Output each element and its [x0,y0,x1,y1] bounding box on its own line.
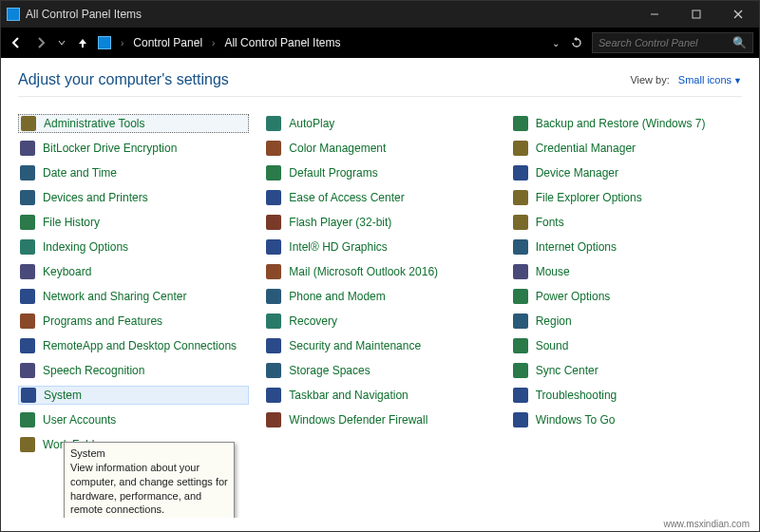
taskbar-icon [266,388,281,403]
item-keyboard[interactable]: Keyboard [18,262,249,281]
window-title: All Control Panel Items [26,8,142,21]
item-windows-defender-firewall[interactable]: Windows Defender Firewall [264,410,495,429]
fonts-icon [513,215,528,230]
system-icon [21,388,36,403]
svg-line-2 [734,10,742,18]
item-intel-graphics[interactable]: Intel® HD Graphics [264,238,495,256]
item-sound[interactable]: Sound [511,336,742,355]
user-icon [20,412,35,428]
content-area: Adjust your computer's settings View by:… [1,58,759,518]
item-ease-of-access[interactable]: Ease of Access Center [264,188,495,207]
mic-icon [20,363,35,378]
item-remoteapp[interactable]: RemoteApp and Desktop Connections [18,336,249,355]
view-by-dropdown[interactable]: Small icons▼ [678,74,742,86]
up-button[interactable] [73,33,92,52]
tooltip-system: System View information about your compu… [64,442,235,518]
back-button[interactable] [7,33,26,52]
refresh-button[interactable] [567,33,586,52]
item-autoplay[interactable]: AutoPlay [264,114,495,133]
default-programs-icon [266,165,281,180]
item-fonts[interactable]: Fonts [511,213,742,232]
search-input[interactable] [598,37,732,48]
color-icon [266,141,281,156]
breadcrumb-control-panel[interactable]: Control Panel [133,36,202,49]
control-panel-icon [7,8,20,21]
item-backup-restore[interactable]: Backup and Restore (Windows 7) [511,114,742,133]
flag-icon [266,338,281,353]
item-storage-spaces[interactable]: Storage Spaces [264,361,495,380]
titlebar: All Control Panel Items [1,1,759,28]
items-grid: Administrative Tools AutoPlay Backup and… [18,114,742,454]
mouse-icon [513,264,528,279]
item-default-programs[interactable]: Default Programs [264,163,495,182]
navbar: › Control Panel › All Control Panel Item… [1,28,759,58]
chevron-right-icon: › [121,38,124,48]
storage-icon [266,363,281,378]
item-file-explorer-options[interactable]: File Explorer Options [511,188,742,207]
printer-icon [20,190,35,205]
item-windows-to-go[interactable]: Windows To Go [511,410,742,429]
item-troubleshooting[interactable]: Troubleshooting [511,386,742,405]
programs-icon [20,314,35,329]
breadcrumb-all-items[interactable]: All Control Panel Items [224,36,340,49]
item-indexing-options[interactable]: Indexing Options [18,238,249,256]
item-mail[interactable]: Mail (Microsoft Outlook 2016) [264,262,495,281]
autoplay-icon [266,116,281,131]
network-icon [20,289,35,304]
view-by-label: View by: [630,74,669,86]
search-icon: 🔍 [732,36,747,49]
forward-button[interactable] [31,33,50,52]
item-internet-options[interactable]: Internet Options [511,238,742,256]
backup-icon [513,116,528,131]
item-administrative-tools[interactable]: Administrative Tools [18,114,249,133]
mail-icon [266,264,281,279]
clock-icon [20,165,35,180]
address-control-panel-icon [98,36,111,49]
item-devices-printers[interactable]: Devices and Printers [18,188,249,207]
item-date-time[interactable]: Date and Time [18,163,249,182]
view-by: View by: Small icons▼ [630,74,742,86]
region-icon [513,314,528,329]
item-power-options[interactable]: Power Options [511,287,742,306]
item-mouse[interactable]: Mouse [511,262,742,281]
search-box[interactable]: 🔍 [592,32,753,53]
firewall-icon [266,412,281,428]
phone-icon [266,289,281,304]
bitlocker-icon [20,141,35,156]
divider [18,96,742,97]
device-manager-icon [513,165,528,180]
window: All Control Panel Items › Control Panel … [0,0,760,532]
item-speech-recognition[interactable]: Speech Recognition [18,361,249,380]
address-history-dropdown[interactable]: ⌄ [546,33,565,52]
item-network-sharing[interactable]: Network and Sharing Center [18,287,249,306]
item-bitlocker[interactable]: BitLocker Drive Encryption [18,139,249,158]
item-region[interactable]: Region [511,312,742,331]
item-security-maintenance[interactable]: Security and Maintenance [264,336,495,355]
minimize-button[interactable] [634,1,675,28]
item-flash-player[interactable]: Flash Player (32-bit) [264,213,495,232]
item-recovery[interactable]: Recovery [264,312,495,331]
item-phone-modem[interactable]: Phone and Modem [264,287,495,306]
folder-options-icon [513,190,528,205]
item-device-manager[interactable]: Device Manager [511,163,742,182]
watermark: www.msxindian.com [1,518,759,531]
item-color-management[interactable]: Color Management [264,139,495,158]
troubleshoot-icon [513,388,528,403]
item-user-accounts[interactable]: User Accounts [18,410,249,429]
flash-icon [266,215,281,230]
recent-dropdown[interactable] [56,33,67,52]
close-button[interactable] [717,1,759,28]
item-system[interactable]: System [18,386,249,405]
item-file-history[interactable]: File History [18,213,249,232]
globe-icon [513,239,528,255]
item-taskbar-navigation[interactable]: Taskbar and Navigation [264,386,495,405]
item-credential-manager[interactable]: Credential Manager [511,139,742,158]
intel-icon [266,239,281,255]
admin-tools-icon [21,116,36,131]
ease-access-icon [266,190,281,205]
maximize-button[interactable] [675,1,717,28]
power-icon [513,289,528,304]
item-programs-features[interactable]: Programs and Features [18,312,249,331]
svg-rect-1 [693,10,700,18]
item-sync-center[interactable]: Sync Center [511,361,742,380]
